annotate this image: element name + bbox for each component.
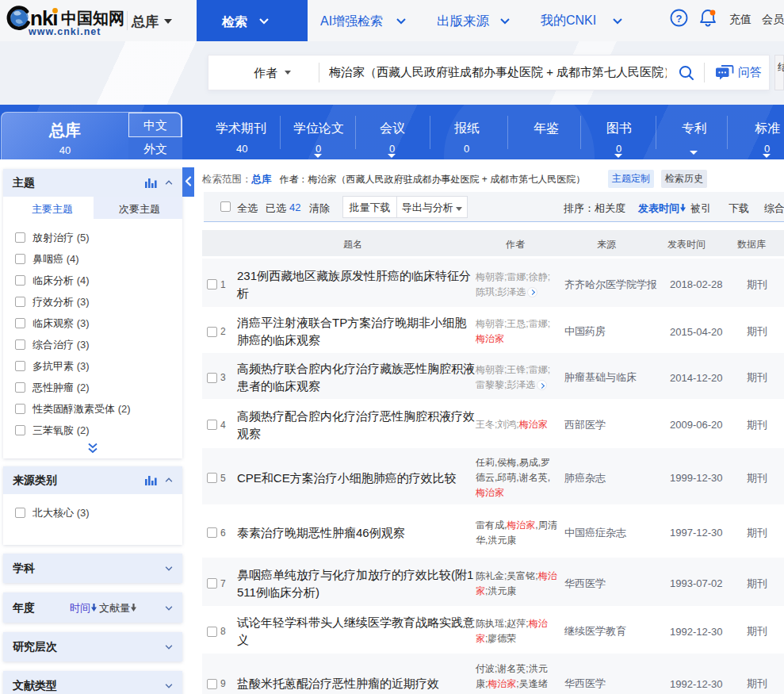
svg-text:www.cnki.net: www.cnki.net (28, 26, 101, 37)
svg-text:?: ? (676, 13, 683, 25)
svg-text:中国知网: 中国知网 (61, 10, 124, 27)
